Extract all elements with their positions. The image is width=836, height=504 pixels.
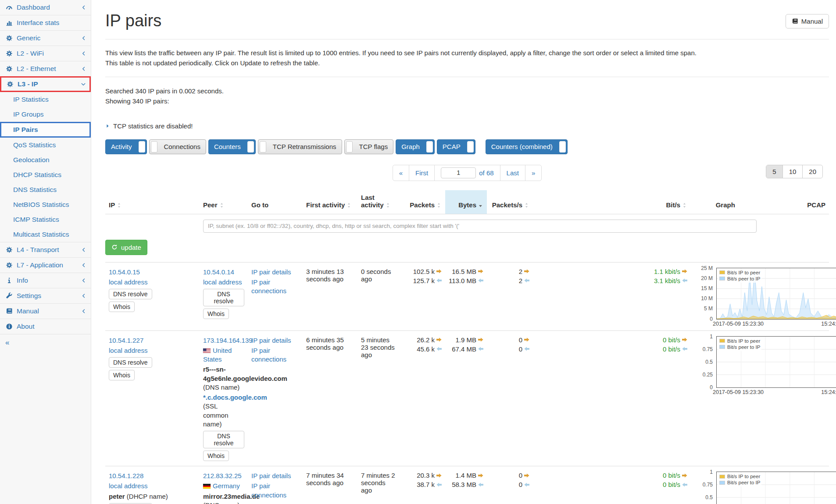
chart-ytick-label: 0.75 — [703, 346, 713, 352]
col-header-last-activity[interactable]: Last activity — [357, 190, 399, 214]
peer-address-link[interactable]: 212.83.32.25 — [203, 472, 242, 479]
toggle-knob — [426, 141, 433, 153]
dns-resolve-button[interactable]: DNS resolve — [109, 289, 152, 299]
local-address-link[interactable]: local address — [109, 278, 147, 286]
sidebar-item-geolocation[interactable]: Geolocation — [0, 153, 91, 167]
sidebar-item-dns-statistics[interactable]: DNS Statistics — [0, 182, 91, 197]
local-address-link[interactable]: local address — [203, 278, 242, 286]
peer-address-link[interactable]: 10.54.0.14 — [203, 268, 234, 276]
chart-ytick-label: 5 M — [704, 305, 713, 312]
ip-address-link[interactable]: 10.54.1.228 — [109, 472, 143, 479]
sidebar-item-dashboard[interactable]: Dashboard — [0, 0, 91, 15]
update-button[interactable]: update — [105, 240, 147, 255]
sidebar-item-ip-groups[interactable]: IP Groups — [0, 107, 91, 122]
local-address-link[interactable]: local address — [109, 482, 147, 490]
sidebar-item-netbios-statistics[interactable]: NetBIOS Statistics — [0, 197, 91, 212]
local-address-link[interactable]: local address — [109, 347, 147, 354]
pagination-last[interactable]: Last — [500, 165, 525, 181]
sidebar-item-interface-stats[interactable]: Interface stats — [0, 15, 91, 30]
whois-button[interactable]: Whois — [109, 370, 135, 380]
pagination-prev[interactable]: « — [393, 165, 409, 181]
pagination-next[interactable]: » — [525, 165, 541, 181]
sidebar-item-ip-statistics[interactable]: IP Statistics — [0, 92, 91, 107]
sidebar-item-about[interactable]: About — [0, 319, 91, 334]
toggle-counters-combined[interactable]: Counters (combined) — [486, 139, 568, 154]
col-header-first-activity[interactable]: First activity — [303, 190, 357, 214]
chart-xlabel-end: 15:24:00 — [821, 321, 836, 327]
col-header-packets-s[interactable]: Packets/s — [487, 190, 533, 214]
arrow-in-icon — [682, 346, 687, 351]
dns-resolve-button[interactable]: DNS resolve — [203, 431, 244, 448]
sidebar-item-l4-transport[interactable]: L4 - Transport — [0, 242, 91, 257]
legend-label: Bit/s IP to peer — [727, 270, 760, 275]
col-header-bytes[interactable]: Bytes — [445, 190, 487, 214]
last-activity: 0 seconds ago — [357, 262, 399, 330]
ip-pairs-table: IP Peer Go to First activity — [105, 190, 829, 504]
arrow-out-icon — [682, 337, 687, 342]
ip-pair-details-link[interactable]: IP pair details — [251, 337, 291, 344]
traffic-graph: 10.750.50.250Bit/s IP to peerBit/s peer … — [694, 472, 757, 504]
peer-address-link[interactable]: 173.194.164.139 — [203, 337, 253, 344]
intro-text: This view lists the traffic between any … — [105, 48, 829, 68]
col-header-graph[interactable]: Graph — [691, 190, 760, 214]
toggle-graph[interactable]: Graph — [396, 139, 435, 154]
sidebar-item-l2-wifi[interactable]: L2 - WiFi — [0, 46, 91, 61]
sidebar-item-ip-pairs[interactable]: IP Pairs — [0, 122, 91, 138]
chart-legend: Bit/s IP to peerBit/s peer to IP — [718, 473, 761, 486]
toggle-tcp-retransmissions[interactable]: TCP Retransmissions — [258, 139, 342, 154]
toggle-counters[interactable]: Counters — [208, 139, 256, 154]
ip-address-link[interactable]: 10.54.1.227 — [109, 337, 143, 344]
sidebar-item-info[interactable]: Info — [0, 273, 91, 288]
ssl-common-name-link[interactable]: *.c.docs.google.com — [203, 394, 267, 401]
bits-per-sec-cell: 1.1 kbit/s 3.1 kbit/s — [533, 262, 691, 330]
ip-pair-connections-link[interactable]: IP pair connections — [251, 482, 286, 498]
ip-pair-details-link[interactable]: IP pair details — [251, 268, 291, 276]
arrow-out-icon — [524, 269, 529, 274]
sidebar-collapse-button[interactable]: « — [0, 334, 91, 351]
packets-per-sec-cell: 2 2 — [487, 262, 533, 330]
toggle-activity[interactable]: Activity — [105, 139, 147, 154]
toggle-pcap[interactable]: PCAP — [437, 139, 475, 154]
col-header-peer[interactable]: Peer — [200, 190, 248, 214]
pagination-first[interactable]: First — [409, 165, 434, 181]
whois-button[interactable]: Whois — [203, 451, 229, 461]
arrow-out-icon — [682, 473, 687, 478]
sidebar-item-l3-ip[interactable]: L3 - IP — [0, 76, 91, 92]
sidebar-item-l7-application[interactable]: L7 - Application — [0, 257, 91, 273]
ip-pair-details-link[interactable]: IP pair details — [251, 472, 291, 479]
col-header-pcap[interactable]: PCAP — [760, 190, 829, 214]
filter-input[interactable] — [203, 220, 757, 233]
arrow-in-icon — [524, 346, 529, 351]
page-size-10[interactable]: 10 — [782, 165, 803, 178]
page-size-5[interactable]: 5 — [766, 165, 782, 178]
sidebar-item-qos-statistics[interactable]: QoS Statistics — [0, 138, 91, 153]
dns-resolve-button[interactable]: DNS resolve — [109, 357, 152, 368]
sidebar-item-multicast-statistics[interactable]: Multicast Statistics — [0, 227, 91, 242]
ip-pair-connections-link[interactable]: IP pair connections — [251, 278, 286, 295]
tcp-stats-notice[interactable]: TCP statistics are disabled! — [105, 122, 829, 130]
page-number-input[interactable] — [441, 167, 476, 178]
manual-button[interactable]: Manual — [786, 14, 829, 28]
sidebar-item-generic[interactable]: Generic — [0, 30, 91, 46]
sidebar-item-settings[interactable]: Settings — [0, 288, 91, 303]
ip-address-link[interactable]: 10.54.0.15 — [109, 268, 140, 276]
col-header-packets[interactable]: Packets — [399, 190, 445, 214]
sidebar-item-dhcp-statistics[interactable]: DHCP Statistics — [0, 167, 91, 182]
whois-button[interactable]: Whois — [109, 302, 135, 312]
col-header-go-to[interactable]: Go to — [248, 190, 303, 214]
toggle-connections[interactable]: Connections — [149, 139, 206, 154]
packets-cell: 102.5 k 125.7 k — [399, 262, 445, 330]
toggle-knob — [346, 141, 353, 153]
sidebar-item-manual[interactable]: Manual — [0, 303, 91, 319]
sidebar-item-icmp-statistics[interactable]: ICMP Statistics — [0, 212, 91, 227]
sidebar-item-l2-ethernet[interactable]: L2 - Ethernet — [0, 61, 91, 76]
arrow-out-icon — [524, 473, 529, 478]
col-header-bit-s[interactable]: Bit/s — [533, 190, 691, 214]
whois-button[interactable]: Whois — [203, 309, 229, 319]
country-link[interactable]: Germany — [213, 482, 240, 490]
page-size-20[interactable]: 20 — [802, 165, 822, 178]
col-header-ip[interactable]: IP — [105, 190, 200, 214]
ip-pair-connections-link[interactable]: IP pair connections — [251, 347, 286, 363]
toggle-tcp-flags[interactable]: TCP flags — [344, 139, 394, 154]
dns-resolve-button[interactable]: DNS resolve — [203, 289, 244, 306]
